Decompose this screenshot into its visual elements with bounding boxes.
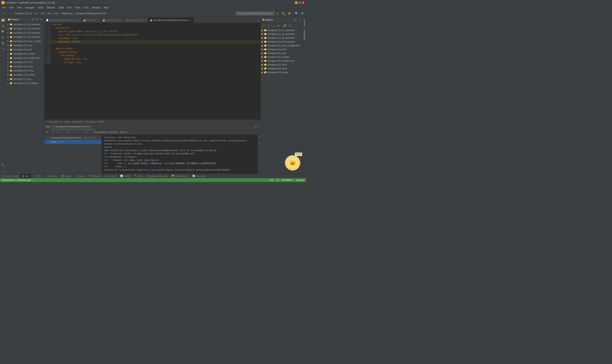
sidebar-run-icon[interactable]: ▶ <box>0 35 6 40</box>
tab-auto-build[interactable]: 🔄 Auto-build <box>190 174 208 178</box>
tab-test[interactable]: ☕ Springboot15SqlApplicationTests.java ✕ <box>148 17 194 23</box>
maximize-button[interactable] <box>298 1 301 4</box>
tree-item-11[interactable]: ▶ 📁 springboot_08_ssmp <box>6 64 44 68</box>
menu-edit[interactable]: Edit <box>8 6 15 9</box>
rt-filter-btn[interactable]: ▼ <box>66 130 71 134</box>
tab-services[interactable]: ☁ Services <box>104 174 118 178</box>
tab-pom-close[interactable]: ✕ <box>77 19 80 21</box>
tree-item-4[interactable]: ▶ 📁 springboot_01_04_quickstart <box>6 35 44 39</box>
tree-item-9[interactable]: ▶ 📁 springboot_06_mybatis_plus <box>6 56 44 60</box>
close-button[interactable] <box>302 1 305 4</box>
maven-item-2[interactable]: ▶ 📁 springboot_01_02_quickstart <box>261 32 303 36</box>
tab-db-changes[interactable]: 🗄 Database Changes <box>145 174 170 178</box>
maven-remove-btn[interactable]: - <box>271 23 276 28</box>
sidebar-search-icon[interactable]: 🔍 <box>0 29 6 34</box>
menu-refactor[interactable]: Refactor <box>45 6 57 9</box>
sidebar-project-icon[interactable]: 📁 <box>0 18 6 23</box>
menu-tools[interactable]: Tools <box>73 6 82 9</box>
tree-item-3[interactable]: ▶ 📁 springboot_01_03_quickstart <box>6 31 44 35</box>
sidebar-bookmark-icon[interactable]: 🔖 <box>0 23 6 28</box>
debug-button[interactable]: 🐛 <box>281 11 286 16</box>
status-charset[interactable]: ISO-8859-1 <box>282 179 293 181</box>
run-close-icon[interactable]: ✕ <box>257 125 259 128</box>
menu-view[interactable]: View <box>15 6 23 9</box>
maven-collapse-btn[interactable]: ⊟ <box>288 23 292 28</box>
menu-file[interactable]: File <box>1 6 7 9</box>
tab-problems[interactable]: ⚠ Problems <box>44 174 59 178</box>
run-tool-1[interactable]: ≡ <box>259 135 260 137</box>
run-tree-suite[interactable]: ✓ ▼ Springboot15SqlApplicationTests (com… <box>44 136 102 140</box>
tab-todo[interactable]: ✓ TODO <box>31 174 44 178</box>
tree-item-15[interactable]: ▶ 📁 springboot_12_hot_deploy <box>6 81 44 85</box>
run-tool-3[interactable]: ↓ <box>259 140 260 142</box>
toolbar-settings[interactable]: ⚙ <box>300 11 305 16</box>
menu-build[interactable]: Build <box>57 6 66 9</box>
run-config-selector[interactable]: Springboot15SqlApplicationTests.test ▾ <box>235 11 275 16</box>
maven-settings[interactable]: ⚙ <box>294 18 297 22</box>
run-button[interactable]: ▶ <box>275 11 280 16</box>
run-tab-close[interactable]: ✕ <box>92 125 93 128</box>
tree-item-13[interactable]: ▶ 📁 springboot_10_profiles <box>6 73 44 77</box>
menu-code[interactable]: Code <box>36 6 45 9</box>
tree-item-8[interactable]: ▶ 📁 springboot_05_mybatis <box>6 52 44 56</box>
status-lf[interactable]: LF <box>277 179 279 181</box>
maven-item-8[interactable]: ▶ 📁 springboot_05_mybatis <box>261 55 303 59</box>
maven-close[interactable]: ✕ <box>298 18 301 22</box>
menu-window[interactable]: Window <box>91 6 102 9</box>
tree-item-5[interactable]: ▶ 📁 springboot_02_base_configuration <box>6 39 44 43</box>
tab-spring[interactable]: 🍃 Spring <box>59 174 73 178</box>
sidebar-debug-icon[interactable]: 🐛 <box>0 40 6 46</box>
maven-item-11[interactable]: ▶ 📁 springboot_08_ssmp <box>261 66 303 70</box>
rs-database[interactable]: Database <box>303 18 306 28</box>
tab-pom[interactable]: 📄 pom.xml (springboot_15_sql) ✕ <box>44 17 82 23</box>
project-settings-icon[interactable]: ⚙ <box>32 18 35 21</box>
tab-profiler[interactable]: 📊 Profiler <box>118 174 133 178</box>
tab-dependencies[interactable]: 📦 Dependencies <box>170 174 190 178</box>
minimize-button[interactable] <box>295 1 298 4</box>
maven-item-12[interactable]: ▶ 📁 springboot_09_config <box>261 70 303 74</box>
sidebar-git-icon[interactable]: ⎇ <box>0 46 6 51</box>
tab-book[interactable]: ☕ Book.java ✕ <box>82 17 101 23</box>
menu-run[interactable]: Run <box>66 6 73 9</box>
rt-run-btn[interactable]: ▶ <box>45 130 50 134</box>
status-line-col[interactable]: 6:21 <box>269 179 274 181</box>
tab-terminal[interactable]: > Terminal <box>73 174 87 178</box>
maven-item-10[interactable]: ▶ 📁 springboot_07_druid <box>261 63 303 66</box>
run-tab-test[interactable]: ▶ Springboot15SqlApplicationTests.test ✕ <box>52 124 95 130</box>
maven-add-btn[interactable]: + <box>266 23 271 28</box>
tab-book-close[interactable]: ✕ <box>97 19 99 21</box>
sidebar-build-icon[interactable]: 🔨 <box>0 163 6 168</box>
tab-yaml[interactable]: 🔧 application.yml ✕ <box>124 17 148 23</box>
maven-item-6[interactable]: ▶ 📁 springboot_03_yaml <box>261 47 303 51</box>
tab-bookdao-close[interactable]: ✕ <box>120 19 123 21</box>
project-collapse-icon[interactable]: ☰ <box>35 18 39 21</box>
tree-item-1[interactable]: ▶ 📁 springboot_01_01_quickstart <box>6 22 44 26</box>
tree-item-2[interactable]: ▶ 📁 springboot_01_02_quickstart <box>6 26 44 31</box>
rt-rerun-btn[interactable]: ↺ <box>50 130 55 134</box>
maven-item-3[interactable]: ▶ 📁 springboot_01_03_quickstart <box>261 36 303 40</box>
tab-endpoints[interactable]: 🔌 Endpoints <box>87 174 104 178</box>
maven-item-5[interactable]: ▶ 📁 springboot_02_base_configuration <box>261 44 303 47</box>
run-tool-2[interactable]: ↑ <box>259 138 260 140</box>
maven-item-1[interactable]: ▶ 📁 springboot_01_01_quickstart <box>261 28 303 32</box>
tree-item-6[interactable]: ▶ 📁 springboot_03_yaml <box>6 43 44 47</box>
tree-item-14[interactable]: ▶ 📁 springboot_11_log <box>6 77 44 81</box>
tab-yaml-close[interactable]: ✕ <box>144 19 146 21</box>
tab-test-close[interactable]: ✕ <box>189 19 192 21</box>
tree-item-12[interactable]: ▶ 📁 springboot_09_config <box>6 68 44 73</box>
tab-version-control[interactable]: ⬇ Version Control <box>0 174 21 178</box>
toolbar-forward[interactable]: → <box>7 11 12 16</box>
status-indent[interactable]: 2 spaces <box>296 179 305 181</box>
tree-item-7[interactable]: ▶ 📁 springboot_04_junit <box>6 47 44 52</box>
maven-link-btn[interactable]: 🔗 <box>283 23 287 28</box>
tree-item-10[interactable]: ▶ 📁 springboot_07_druid <box>6 60 44 64</box>
tab-build[interactable]: 🔨 Build <box>133 174 145 178</box>
rt-down-btn[interactable]: ↓ <box>78 130 82 134</box>
tab-run[interactable]: ▶ Run <box>21 174 31 178</box>
rt-sort-btn[interactable]: ↕ <box>61 130 66 134</box>
maven-run-btn[interactable]: ▶ <box>276 23 281 28</box>
rt-expand-btn[interactable]: ⊞ <box>84 130 89 134</box>
tab-more[interactable]: ⋯ <box>255 17 261 23</box>
sidebar-terminal-icon[interactable]: ⬛ <box>0 169 6 174</box>
rt-stop-btn[interactable]: ■ <box>55 130 60 134</box>
